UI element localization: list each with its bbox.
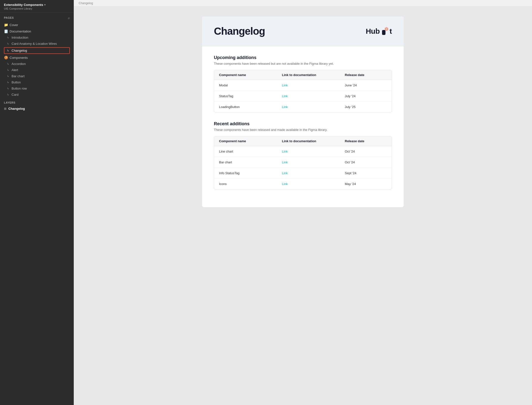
doc-link[interactable]: Link — [282, 94, 288, 98]
arrow-icon: ↳ — [7, 75, 9, 78]
arrow-icon: ↳ — [7, 81, 9, 84]
sidebar-item-components[interactable]: 🍪 Components — [0, 54, 74, 61]
upcoming-col-1: Component name — [219, 73, 282, 77]
doc-link[interactable]: Link — [282, 83, 288, 87]
component-name: Bar chart — [219, 160, 282, 164]
doc-link[interactable]: Link — [282, 182, 288, 186]
table-row: LoadingButton Link July '25 — [214, 102, 392, 112]
pages-label: Pages — [4, 16, 14, 19]
sidebar-item-label: Card — [12, 93, 18, 96]
upcoming-table: Component name Link to documentation Rel… — [214, 70, 392, 112]
table-row: Info StatusTag Link Sept '24 — [214, 168, 392, 179]
arrow-icon: ↳ — [7, 93, 9, 96]
release-date: Oct '24 — [345, 160, 387, 164]
sidebar: Extensibility Components ▾ UIE Component… — [0, 0, 74, 405]
sidebar-item-label: Button row — [12, 87, 27, 90]
table-row: Modal Link June '24 — [214, 80, 392, 91]
upcoming-description: These components have been released but … — [214, 62, 392, 65]
breadcrumb: Changelog — [74, 0, 532, 7]
sidebar-item-introduction[interactable]: ↳ Introduction — [0, 34, 74, 41]
sidebar-item-label: Changelog — [12, 49, 27, 52]
arrow-icon: ↳ — [7, 62, 9, 65]
sidebar-item-button[interactable]: ↳ Button — [0, 79, 74, 85]
release-date: May '24 — [345, 182, 387, 186]
app-subtitle: UIE Component Library — [4, 7, 70, 10]
chevron-down-icon: ▾ — [44, 3, 45, 6]
svg-line-9 — [387, 28, 388, 28]
recent-col-1: Component name — [219, 139, 282, 143]
component-name: LoadingButton — [219, 105, 282, 109]
sidebar-item-bar-chart[interactable]: ↳ Bar chart — [0, 73, 74, 79]
table-row: Line chart Link Oct '24 — [214, 146, 392, 157]
upcoming-heading: Upcoming additions — [214, 55, 392, 60]
recent-col-2: Link to documentation — [282, 139, 345, 143]
table-row: Icons Link May '24 — [214, 179, 392, 189]
sidebar-item-label: Introduction — [12, 36, 28, 39]
arrow-icon: ↳ — [7, 68, 9, 72]
sidebar-item-card-anatomy[interactable]: ↳ Card Anatomy & Location Wires — [0, 41, 74, 47]
svg-point-1 — [386, 29, 387, 30]
recent-description: These components have been released and … — [214, 128, 392, 132]
sidebar-item-label: Cover — [10, 23, 18, 27]
release-date: July '24 — [345, 94, 387, 98]
sidebar-item-label: Card Anatomy & Location Wires — [12, 42, 57, 46]
upcoming-table-header: Component name Link to documentation Rel… — [214, 70, 392, 80]
sidebar-item-label: Documentation — [10, 30, 31, 33]
svg-line-6 — [385, 28, 385, 28]
sidebar-item-cover[interactable]: 📁 Cover — [0, 22, 74, 28]
doc-link[interactable]: Link — [282, 160, 288, 164]
arrow-icon: ↳ — [7, 36, 9, 39]
search-icon[interactable]: ⌕ — [68, 16, 70, 20]
sidebar-item-label: Components — [10, 56, 28, 60]
svg-line-7 — [387, 30, 388, 31]
hubspot-logo: Hub t — [366, 27, 392, 36]
pages-header: Pages ⌕ — [0, 16, 74, 22]
sidebar-item-documentation[interactable]: 🗒️ Documentation — [0, 28, 74, 34]
layers-item-label: Changelog — [8, 107, 25, 110]
layers-label: Layers — [0, 98, 74, 106]
sidebar-item-alert[interactable]: ↳ Alert — [0, 67, 74, 73]
layers-changelog-item[interactable]: ⊞ Changelog — [0, 106, 74, 112]
release-date: Sept '24 — [345, 171, 387, 175]
changelog-body: Upcoming additions These components have… — [202, 46, 404, 207]
component-name: Icons — [219, 182, 282, 186]
table-row: StatusTag Link July '24 — [214, 91, 392, 102]
changelog-card: Changelog Hub — [202, 16, 404, 207]
sidebar-item-label: Button — [12, 80, 21, 84]
recent-col-3: Release date — [345, 139, 387, 143]
sidebar-header: Extensibility Components ▾ UIE Component… — [0, 0, 74, 13]
sidebar-item-changelog[interactable]: ↳ Changelog — [4, 47, 70, 54]
release-date: June '24 — [345, 83, 387, 87]
pages-section: Pages ⌕ 📁 Cover 🗒️ Documentation ↳ Intro… — [0, 13, 74, 98]
arrow-icon: ↳ — [7, 87, 9, 90]
arrow-icon: ↳ — [7, 49, 9, 52]
component-name: Info StatusTag — [219, 171, 282, 175]
app-name[interactable]: Extensibility Components ▾ — [4, 3, 45, 7]
release-date: Oct '24 — [345, 150, 387, 153]
sidebar-item-label: Accordion — [12, 62, 26, 66]
svg-line-8 — [385, 30, 385, 31]
content-wrapper: Changelog Hub — [74, 7, 532, 405]
cover-emoji: 📁 — [4, 23, 8, 27]
sidebar-item-button-row[interactable]: ↳ Button row — [0, 85, 74, 92]
table-row: Bar chart Link Oct '24 — [214, 157, 392, 168]
sidebar-item-label: Alert — [12, 68, 18, 72]
doc-link[interactable]: Link — [282, 150, 288, 153]
sidebar-item-card[interactable]: ↳ Card — [0, 92, 74, 98]
frame-icon: ⊞ — [4, 107, 6, 110]
main-area: Changelog Changelog Hub — [74, 0, 532, 405]
hubspot-sprocket-icon — [380, 27, 389, 36]
recent-table: Component name Link to documentation Rel… — [214, 136, 392, 189]
doc-link[interactable]: Link — [282, 105, 288, 109]
component-name: Modal — [219, 83, 282, 87]
doc-link[interactable]: Link — [282, 171, 288, 175]
sidebar-item-label: Bar chart — [12, 74, 25, 78]
arrow-icon: ↳ — [7, 42, 9, 45]
component-name: Line chart — [219, 150, 282, 153]
component-name: StatusTag — [219, 94, 282, 98]
sidebar-item-accordion[interactable]: ↳ Accordion — [0, 61, 74, 67]
components-emoji: 🍪 — [4, 56, 8, 60]
documentation-emoji: 🗒️ — [4, 29, 8, 33]
recent-table-header: Component name Link to documentation Rel… — [214, 136, 392, 146]
upcoming-col-2: Link to documentation — [282, 73, 345, 77]
